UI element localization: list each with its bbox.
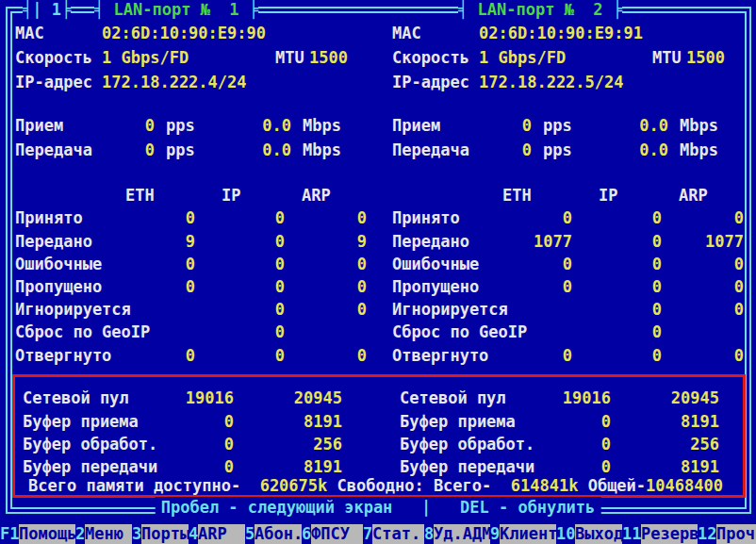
- fkey-menu[interactable]: 2Меню: [75, 524, 132, 544]
- fkey-ports[interactable]: 3Порты: [132, 524, 189, 544]
- stat-row-ignored: Игнорируется 0 0: [13, 299, 383, 320]
- buffer-row-proc: Буфер обработ. 0 256: [390, 434, 756, 454]
- stat-arp-value: 0: [301, 254, 367, 274]
- stat-row-received: Принято 0 0 0: [13, 207, 383, 228]
- fkey-remote-admin[interactable]: 8Уд.АДМ: [424, 524, 490, 544]
- stat-eth-value: 0: [506, 254, 572, 274]
- buffer-label: Буфер передачи: [23, 456, 157, 477]
- function-key-bar: F1Помощь 2Меню 3Порты 4ARP 5Абон. 6ФПСУ …: [0, 524, 756, 544]
- mtu-value: 1500: [309, 47, 348, 68]
- stat-row-ignored: Игнорируется 0 0: [390, 299, 756, 320]
- buffer-used-value: 19016: [545, 387, 611, 408]
- fkey-client[interactable]: 9Клиент: [490, 524, 556, 544]
- buffer-used-value: 0: [545, 456, 611, 477]
- stat-ip-value: 0: [596, 299, 662, 320]
- rx-label: Прием: [15, 115, 63, 136]
- stat-arp-value: 0: [301, 299, 367, 320]
- buffer-used-value: 0: [168, 434, 234, 454]
- buffer-label: Буфер приема: [400, 411, 516, 432]
- fkey-label: Клиент: [500, 524, 556, 544]
- buffer-total-value: 256: [653, 434, 719, 454]
- rx-rate-row: Прием 0 pps 0.0 Mbps: [390, 115, 756, 136]
- stat-ip-value: 0: [596, 345, 662, 366]
- mtu-value: 1500: [686, 47, 725, 68]
- stat-label: Отвергнуто: [392, 345, 488, 366]
- memory-free-label: Свободно: Всего-: [327, 476, 491, 495]
- buffer-total-value: 8191: [276, 411, 342, 432]
- ip-column-header: IP: [599, 185, 617, 206]
- rx-rate-row: Прием 0 pps 0.0 Mbps: [13, 115, 383, 136]
- fkey-label: Уд.АДМ: [434, 524, 490, 544]
- stat-row-skipped: Пропущено 0 0 0: [13, 276, 383, 297]
- stat-row-geoip-drop: Сброс по GeoIP 0: [13, 321, 383, 342]
- mbps-unit: Mbps: [680, 115, 718, 136]
- fkey-reserve[interactable]: 11Резерв: [622, 524, 698, 544]
- speed-row: Скорость 1 Gbps/FD MTU 1500: [390, 47, 756, 68]
- memory-free-value: 614841k: [491, 476, 578, 495]
- buffer-label: Сетевой пул: [400, 387, 506, 408]
- buffer-row-tx: Буфер передачи 0 8191: [13, 456, 383, 477]
- tx-label: Передача: [15, 140, 92, 160]
- stat-eth-value: 0: [129, 276, 195, 297]
- mac-label: MAC: [15, 23, 44, 43]
- buffer-label: Буфер обработ.: [23, 434, 157, 454]
- pps-unit: pps: [166, 140, 195, 160]
- stat-eth-value: 0: [506, 207, 572, 228]
- stat-label: Принято: [392, 207, 460, 228]
- stat-ip-value: 0: [596, 321, 662, 342]
- tx-label: Передача: [392, 140, 469, 160]
- stat-eth-value: 0: [506, 276, 572, 297]
- stat-arp-value: 0: [678, 345, 744, 366]
- buffer-row-net-pool: Сетевой пул 19016 20945: [13, 387, 383, 408]
- eth-column-header: ETH: [125, 185, 155, 206]
- fkey-label: Выход: [575, 524, 622, 544]
- ip-column-header: IP: [222, 185, 240, 206]
- stat-label: Сброс по GeoIP: [15, 321, 150, 342]
- stat-label: Игнорируется: [15, 299, 131, 320]
- fkey-number: 6: [302, 524, 311, 544]
- stat-row-received: Принято 0 0 0: [390, 207, 756, 228]
- table-header-row: ETH IP ARP: [390, 185, 756, 206]
- eth-column-header: ETH: [502, 185, 532, 206]
- status-hint-bar: Пробел - следующий экран | DEL - обнулит…: [156, 497, 601, 518]
- stat-eth-value: 0: [129, 345, 195, 366]
- pps-unit: pps: [543, 140, 572, 160]
- arp-column-header: ARP: [679, 185, 708, 206]
- buffer-row-net-pool: Сетевой пул 19016 20945: [390, 387, 756, 408]
- buffer-used-value: 19016: [168, 387, 234, 408]
- mbps-unit: Mbps: [303, 115, 341, 136]
- stat-eth-value: 0: [129, 207, 195, 228]
- memory-total-value: 620675k: [240, 476, 327, 495]
- fkey-number: 12: [698, 524, 716, 544]
- stat-label: Отвергнуто: [15, 345, 111, 366]
- rx-pps-value: 0: [89, 115, 155, 136]
- fkey-misc[interactable]: 12Проч.: [698, 524, 756, 544]
- fkey-fpsu[interactable]: 6ФПСУ: [302, 524, 363, 544]
- stat-ip-value: 0: [596, 254, 662, 274]
- mtu-label: MTU: [652, 47, 682, 68]
- console-screen: ╡| 1╞ ╡ LAN-порт № 1 ╞ ╡ LAN-порт № 2 ╞ …: [0, 0, 756, 544]
- tx-mbps-value: 0.0: [225, 140, 291, 160]
- mbps-unit: Mbps: [680, 140, 718, 160]
- stat-label: Ошибочные: [15, 254, 102, 274]
- rx-mbps-value: 0.0: [602, 115, 668, 136]
- fkey-label: Помощь: [19, 524, 75, 544]
- fkey-stat[interactable]: 7Стат.: [363, 524, 424, 544]
- memory-total-label: Всего памяти доступно-: [28, 476, 240, 495]
- fkey-abon[interactable]: 5Абон.: [245, 524, 302, 544]
- mbps-unit: Mbps: [303, 140, 341, 160]
- buffer-row-tx: Буфер передачи 0 8191: [390, 456, 756, 477]
- fkey-help[interactable]: F1Помощь: [0, 524, 75, 544]
- buffer-used-value: 0: [545, 411, 611, 432]
- stat-ip-value: 0: [219, 299, 285, 320]
- stat-row-rejected: Отвергнуто 0 0 0: [390, 345, 756, 366]
- stat-row-rejected: Отвергнуто 0 0 0: [13, 345, 383, 366]
- tx-rate-row: Передача 0 pps 0.0 Mbps: [390, 140, 756, 160]
- stat-row-skipped: Пропущено 0 0 0: [390, 276, 756, 297]
- ip-value: 172.18.222.4/24: [102, 72, 247, 92]
- fkey-arp[interactable]: 4ARP: [189, 524, 245, 544]
- fkey-number: 5: [245, 524, 255, 544]
- fkey-exit[interactable]: 10Выход: [556, 524, 622, 544]
- stat-label: Передано: [392, 231, 469, 252]
- stat-eth-value: 9: [129, 231, 195, 252]
